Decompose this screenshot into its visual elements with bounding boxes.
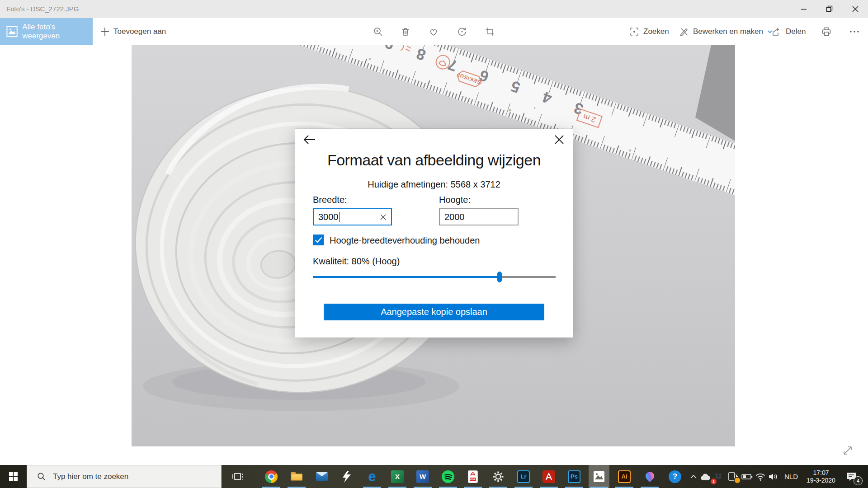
- crop-button[interactable]: [485, 26, 495, 37]
- add-to-button[interactable]: Toevoegen aan: [100, 18, 166, 45]
- taskbar: eXWPDFLrPsAi? 1: [0, 465, 868, 488]
- clear-x-icon: [380, 214, 387, 221]
- taskbar-app-settings[interactable]: [488, 465, 509, 488]
- crop-icon: [485, 26, 495, 37]
- zoom-button[interactable]: [373, 26, 383, 37]
- save-copy-button[interactable]: Aangepaste kopie opslaan: [324, 304, 544, 320]
- all-photos-label: Alle foto's weergeven: [22, 23, 93, 41]
- search-label: Zoeken: [643, 27, 669, 36]
- share-label: Delen: [786, 27, 806, 36]
- width-value: 3000: [318, 212, 339, 222]
- battery-icon: [741, 472, 753, 482]
- minimize-button[interactable]: [791, 0, 816, 18]
- share-button[interactable]: Delen: [771, 18, 806, 45]
- rotate-button[interactable]: [457, 26, 467, 37]
- pdf-document-icon: PDF: [467, 470, 479, 483]
- action-center-button[interactable]: 4: [844, 465, 859, 488]
- aspect-ratio-checkbox[interactable]: [313, 235, 324, 245]
- plus-icon: [100, 27, 109, 36]
- taskbar-app-mail[interactable]: [311, 465, 332, 488]
- trash-icon: [400, 26, 411, 37]
- spotify-icon: [442, 470, 454, 483]
- taskbar-app-excel[interactable]: X: [387, 465, 408, 488]
- illustrator-icon: Ai: [618, 470, 631, 483]
- printer-icon: [821, 26, 832, 37]
- restore-icon: [825, 4, 835, 14]
- task-view-button[interactable]: [225, 465, 250, 488]
- height-value: 2000: [444, 212, 465, 222]
- height-label: Hoogte:: [439, 195, 471, 205]
- taskbar-app-help[interactable]: ?: [665, 465, 685, 488]
- onedrive-tray-icon[interactable]: [699, 465, 712, 488]
- help-icon: ?: [669, 470, 681, 483]
- window-title: Foto's - DSC_2722.JPG: [6, 5, 79, 13]
- dialog-back-button[interactable]: [302, 132, 318, 147]
- share-icon: [771, 26, 782, 37]
- taskbar-search[interactable]: [27, 465, 222, 488]
- restore-button[interactable]: [816, 0, 842, 18]
- taskbar-app-word[interactable]: W: [412, 465, 433, 488]
- search-button[interactable]: Zoeken: [629, 18, 669, 45]
- current-dimensions: Huidige afmetingen: 5568 x 3712: [295, 179, 573, 190]
- dialog-close-button[interactable]: [551, 132, 567, 147]
- see-more-button[interactable]: [849, 26, 860, 37]
- width-input[interactable]: 3000: [313, 208, 392, 225]
- dialog-title: Formaat van afbeelding wijzigen: [295, 151, 573, 169]
- lightroom-icon: Lr: [517, 470, 530, 483]
- settings-gear-icon: [492, 470, 505, 483]
- rotation-status-badge: [734, 477, 741, 484]
- slider-thumb[interactable]: [497, 272, 502, 282]
- checkmark-icon: [315, 237, 322, 243]
- acrobat-icon: [542, 470, 555, 483]
- close-button[interactable]: [842, 0, 868, 18]
- slider-fill: [313, 276, 500, 278]
- height-input[interactable]: 2000: [439, 208, 519, 225]
- volume-tray-icon[interactable]: [767, 465, 780, 488]
- tray-expand-button[interactable]: [688, 465, 699, 488]
- taskbar-app-acrobat[interactable]: [538, 465, 559, 488]
- scan-search-icon: [629, 27, 639, 37]
- taskbar-app-explorer[interactable]: [286, 465, 307, 488]
- quality-label: Kwaliteit: 80% (Hoog): [313, 256, 400, 267]
- dialog-close-icon: [554, 134, 565, 145]
- aspect-ratio-label: Hoogte-breedteverhouding behouden: [330, 235, 480, 246]
- taskbar-app-photos[interactable]: [589, 465, 609, 488]
- delete-button[interactable]: [400, 26, 411, 37]
- language-indicator[interactable]: NLD: [782, 465, 800, 488]
- edit-create-label: Bewerken en maken: [693, 27, 763, 36]
- battery-tray-icon[interactable]: [741, 465, 753, 488]
- taskbar-app-chrome[interactable]: [261, 465, 282, 488]
- taskbar-app-maps[interactable]: [639, 465, 660, 488]
- file-explorer-icon: [290, 470, 303, 483]
- rotation-lock-tray-icon[interactable]: [726, 465, 740, 488]
- edit-create-button[interactable]: Bewerken en maken: [679, 18, 773, 45]
- close-icon: [850, 4, 860, 14]
- photos-app-window: Foto's - DSC_2722.JPG Alle foto's weerge…: [0, 0, 868, 488]
- fullscreen-button[interactable]: [840, 443, 855, 458]
- taskbar-app-acrobat-doc[interactable]: PDF: [462, 465, 483, 488]
- clear-width-button[interactable]: [380, 214, 387, 221]
- quality-slider[interactable]: [313, 272, 556, 282]
- back-arrow-icon: [303, 134, 316, 145]
- search-input[interactable]: [52, 472, 203, 482]
- start-button[interactable]: [0, 465, 27, 488]
- taskbar-app-lightroom[interactable]: Lr: [513, 465, 534, 488]
- taskbar-app-photoshop[interactable]: Ps: [564, 465, 585, 488]
- taskbar-app-illustrator[interactable]: Ai: [614, 465, 635, 488]
- taskbar-app-spotify[interactable]: [438, 465, 458, 488]
- wifi-icon: [755, 472, 766, 481]
- taskbar-app-bolt[interactable]: [336, 465, 357, 488]
- wifi-tray-icon[interactable]: [754, 465, 767, 488]
- width-label: Breedte:: [313, 195, 347, 205]
- print-button[interactable]: [821, 26, 832, 37]
- favorite-button[interactable]: [428, 26, 439, 37]
- lightning-bolt-icon: [340, 470, 353, 483]
- all-photos-button[interactable]: Alle foto's weergeven: [0, 18, 93, 45]
- dropbox-tray-icon[interactable]: 1: [712, 465, 724, 488]
- taskbar-clock[interactable]: 17:07 19-3-2020: [802, 465, 840, 488]
- taskbar-app-edge[interactable]: e: [362, 465, 382, 488]
- resize-dialog: Formaat van afbeelding wijzigen Huidige …: [295, 129, 573, 338]
- maps-icon: [643, 470, 656, 483]
- windows-logo-icon: [9, 472, 18, 481]
- rotate-icon: [457, 26, 467, 37]
